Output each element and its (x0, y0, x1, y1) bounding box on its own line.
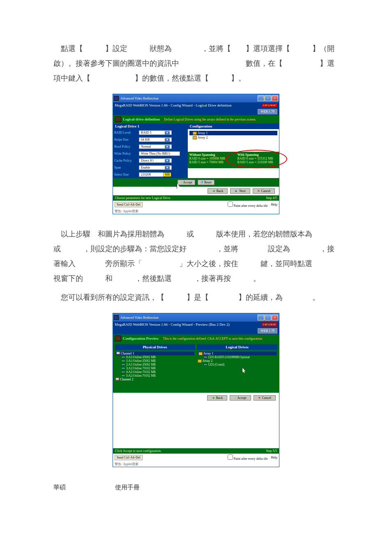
brand-logo: LSI LOGIC (262, 103, 277, 107)
webbios-header: MegaRAID WebBIOS Version 1.66 - Config W… (113, 102, 279, 108)
window-title: Advanced Video Redirection (120, 97, 159, 100)
channel-2[interactable]: Channel 2 (115, 378, 194, 381)
blank-area (113, 403, 279, 448)
help-link[interactable]: Help (271, 456, 277, 459)
window-title: Advanced Video Redirection (120, 316, 159, 320)
paint-checkbox[interactable] (228, 454, 233, 460)
physical-drives-title: Physical Drives (115, 344, 195, 350)
back-button[interactable]: ◄Back (208, 188, 228, 194)
drive-3[interactable]: 3:A2:Online:70102 MB (115, 366, 194, 370)
disk-icon (203, 356, 208, 358)
preview-icon (115, 336, 121, 341)
stripe-size-select[interactable]: 64 KB▼ (139, 137, 172, 142)
drive-1[interactable]: 1:A1:Online:35002 MB (115, 359, 194, 363)
drive-4[interactable]: 4:A2:Online:70102 MB (115, 370, 194, 374)
disk-icon (121, 356, 125, 358)
back-button[interactable]: ◄Back (207, 395, 227, 401)
webbios-header: MegaRAID WebBIOS Version 1.66 - Config W… (113, 322, 279, 327)
preview-title: Configuration Preview (123, 336, 159, 341)
screenshot-2: Advanced Video Redirection _ □ × MegaRAI… (113, 313, 279, 467)
maximize-button[interactable]: □ (265, 95, 271, 101)
disk-icon (121, 371, 125, 373)
web-version-button[interactable]: WEB 1.78 (258, 328, 277, 334)
paragraph-3: 您可以看到所有的設定資訊，【 】是【 】的延續，為 。 (53, 290, 339, 305)
folder-icon (198, 359, 202, 363)
step-indicator: Step 5/5 (266, 449, 277, 453)
send-cad-button[interactable]: Send Ctrl-Alt-Del (115, 455, 143, 460)
write-policy-select[interactable]: Write Thru (No BBU) (139, 151, 180, 156)
reset-button[interactable]: ↺Reset (198, 180, 214, 185)
header-text: MegaRAID WebBIOS Version 1.66 - Config W… (115, 103, 232, 107)
maximize-button[interactable]: □ (265, 315, 271, 320)
cursor-icon (242, 367, 246, 373)
cancel-button[interactable]: ✕Cancel (254, 395, 276, 401)
paint-checkbox-label[interactable]: Paint after every delta tile (228, 202, 268, 208)
screenshot-1: Advanced Video Redirection _ □ × MegaRAI… (113, 94, 279, 214)
accept-button[interactable]: ↓Accept (230, 395, 251, 401)
drive-0[interactable]: 0:A1:Online:35002 MB (115, 355, 194, 359)
window-titlebar: Advanced Video Redirection _ □ × (113, 94, 279, 102)
send-cad-button[interactable]: Send Ctrl-Alt-Del (115, 202, 143, 207)
window-titlebar: Advanced Video Redirection _ □ × (113, 313, 279, 322)
preview-header: Configuration Preview This is the config… (113, 334, 279, 343)
app-icon (114, 96, 119, 101)
logical-drives-panel[interactable]: Array 1 LD1:RAID5:210208MB:Optimal Array… (197, 350, 277, 391)
statusbar: Send Ctrl-Alt-Del Paint after every delt… (113, 454, 279, 461)
drive-5[interactable]: 5:A2:Online:70102 MB (115, 374, 194, 378)
paint-checkbox-label[interactable]: Paint after every delta tile (228, 454, 268, 461)
minimize-button[interactable]: _ (258, 315, 264, 320)
close-button[interactable]: × (272, 95, 278, 101)
app-icon (114, 315, 119, 320)
with-spanning-title: With Spanning (238, 153, 273, 157)
stripe-size-label: Stripe Size (114, 138, 139, 141)
dropdown-arrow-icon: ▼ (165, 159, 170, 162)
preview-desc: This is the configuration defined. Click… (163, 337, 263, 341)
raid-level-select[interactable]: RAID 5▼ (139, 130, 172, 135)
dropdown-arrow-icon: ▼ (165, 166, 170, 169)
array-2-item[interactable]: Array 2 (189, 135, 277, 140)
paragraph-2: 以上步驟 和圖片為採用韌體為 或 版本使用，若您的韌體版本為 或 ，則設定的步驟… (53, 227, 339, 286)
ld-2[interactable]: LD1:(Contd) (198, 363, 277, 366)
ld-array-1[interactable]: Array 1 (198, 352, 277, 355)
webbios-subheader: WEB 1.78 (113, 327, 279, 334)
drive-2[interactable]: 2:A1:Online:35002 MB (115, 363, 194, 366)
ld-array-2[interactable]: Array 2 (198, 359, 277, 363)
paragraph-1: 點選【 】設定 狀態為 ，並將【 】選項選擇【 】（開啟）。接著參考下圖的圈選中… (53, 41, 339, 86)
cache-policy-select[interactable]: Direct IO▼ (139, 158, 172, 163)
disk-icon (121, 367, 125, 369)
config-tree[interactable]: Array 1 Array 2 (188, 129, 279, 152)
ld-1[interactable]: LD1:RAID5:210208MB:Optimal (198, 355, 277, 359)
next-button[interactable]: ►Next (230, 188, 250, 194)
help-link[interactable]: Help (271, 203, 277, 206)
array-1-item[interactable]: Array 1 (189, 131, 277, 135)
folder-icon (193, 136, 197, 139)
brand-logo: LSI LOGIC (262, 322, 277, 327)
step-footer: Click Accept to save configuration. Step… (113, 448, 279, 454)
paint-checkbox[interactable] (228, 202, 233, 207)
definition-icon (115, 116, 121, 122)
nav-row: ◄Back ↓Accept ✕Cancel (113, 393, 279, 403)
logical-drive-title: Logical Drive 1 (113, 123, 188, 129)
web-version-button[interactable]: WEB 1.78 (258, 109, 277, 114)
footer-message: Click Accept to save configuration. (115, 449, 161, 453)
without-raid5-size: RAID 5 size = 70004 MB (189, 160, 225, 164)
webbios-subheader: WEB 1.78 (113, 108, 279, 115)
select-size-input[interactable]: 210208 (139, 172, 164, 177)
without-raid0-size: RAID 0 size = 105006 MB (189, 157, 225, 160)
nav-row: ◄Back ►Next ✕Cancel (113, 187, 279, 195)
physical-drives-panel[interactable]: Channel 1 0:A1:Online:35002 MB 1:A1:Onli… (115, 350, 195, 391)
channel-icon (116, 352, 120, 354)
disk-icon (121, 364, 125, 366)
raid-level-label: RAID Level (114, 131, 139, 134)
folder-icon (198, 352, 203, 355)
disk-icon (203, 364, 208, 366)
cache-policy-label: Cache Policy (114, 159, 139, 162)
minimize-button[interactable]: _ (258, 95, 264, 101)
read-policy-select[interactable]: Normal▼ (139, 144, 172, 149)
close-button[interactable]: × (272, 315, 278, 320)
channel-1[interactable]: Channel 1 (115, 352, 194, 355)
accept-button[interactable]: ↓Accept (178, 180, 195, 185)
configuration-title: Configuration (188, 123, 279, 129)
cancel-button[interactable]: ✕Cancel (253, 188, 275, 194)
span-select[interactable]: Enable▼ (139, 165, 172, 170)
